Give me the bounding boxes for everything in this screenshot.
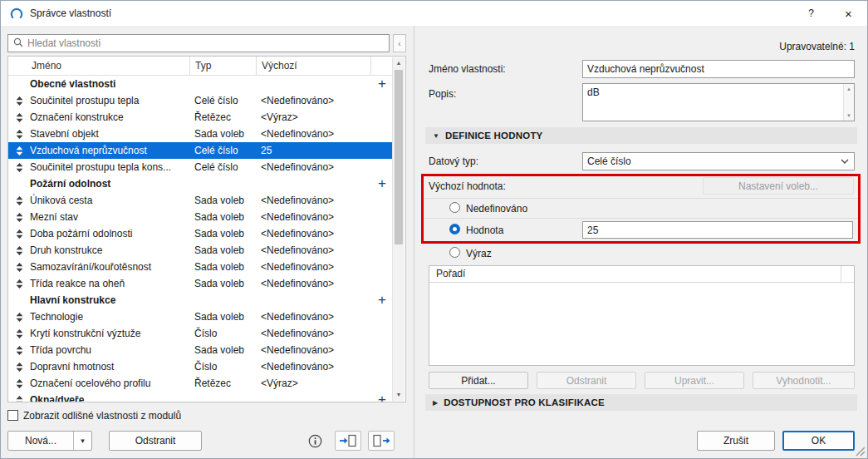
property-type: Sada voleb [189, 126, 256, 142]
property-row[interactable]: Třída reakce na oheňSada voleb<Nedefinov… [8, 275, 394, 292]
property-row[interactable]: TechnologieSada voleb<Nedefinováno> [8, 308, 394, 325]
search-input[interactable] [27, 37, 389, 49]
property-row[interactable]: Krytí konstrukční výztužeČíslo<Nedefinov… [8, 325, 394, 342]
property-row[interactable]: Součinitel prostupu teplaCelé číslo<Nede… [8, 92, 394, 109]
info-icon[interactable] [308, 434, 322, 448]
reorder-handle-icon[interactable] [8, 146, 30, 155]
property-name: Druh konstrukce [30, 242, 189, 259]
reorder-handle-icon[interactable] [8, 196, 30, 205]
description-input[interactable]: dB ▲ ▼ [582, 83, 855, 121]
add-property-button[interactable]: + [370, 76, 394, 91]
delete-property-button[interactable]: Odstranit [109, 431, 202, 451]
cancel-button[interactable]: Zrušit [697, 431, 775, 451]
add-button[interactable]: Přidat... [429, 372, 528, 389]
reorder-handle-icon[interactable] [8, 346, 30, 355]
property-group-row[interactable]: Okna/dveře+ [8, 392, 394, 402]
property-name: Součinitel prostupu tepla [30, 92, 189, 109]
reorder-handle-icon[interactable] [8, 163, 30, 172]
property-row[interactable]: Doba požární odolnostiSada voleb<Nedefin… [8, 225, 394, 242]
reorder-handle-icon[interactable] [8, 230, 30, 239]
remove-button[interactable]: Odstranit [537, 372, 636, 389]
data-type-value: Celé číslo [583, 155, 836, 167]
property-row[interactable]: Druh konstrukceSada voleb<Nedefinováno> [8, 242, 394, 259]
column-header-actions [370, 57, 394, 75]
property-type: Celé číslo [189, 142, 256, 159]
property-type: Řetězec [189, 375, 256, 392]
property-row[interactable]: Součinitel prostupu tepla kons...Celé čí… [8, 159, 394, 175]
reorder-handle-icon[interactable] [8, 96, 30, 106]
export-icon [372, 434, 390, 447]
property-row[interactable]: Mezní stavSada voleb<Nedefinováno> [8, 209, 394, 225]
evaluate-button[interactable]: Vyhodnotit... [753, 372, 855, 389]
default-value-input[interactable] [582, 221, 853, 239]
reorder-handle-icon[interactable] [8, 329, 30, 338]
reorder-handle-icon[interactable] [8, 396, 30, 402]
property-row[interactable]: Samozavírání/kouřotěsnostSada voleb<Nede… [8, 259, 394, 275]
reorder-handle-icon[interactable] [8, 213, 30, 222]
property-name-input[interactable] [582, 60, 855, 78]
scrollbar-thumb[interactable] [395, 70, 403, 244]
import-properties-button[interactable] [335, 431, 361, 451]
add-property-button[interactable]: + [370, 176, 394, 191]
reorder-handle-icon[interactable] [8, 379, 30, 388]
reorder-handle-icon[interactable] [8, 113, 30, 122]
property-type: Sada voleb [189, 225, 256, 242]
radio-value[interactable] [449, 224, 460, 234]
new-property-button[interactable]: Nová... [8, 432, 73, 450]
show-module-properties-checkbox[interactable] [7, 410, 18, 421]
property-row[interactable]: Vzduchová neprůzvučnostCelé číslo25 [8, 142, 394, 159]
property-row[interactable]: Úniková cestaSada voleb<Nedefinováno> [8, 192, 394, 209]
property-group-row[interactable]: Hlavní konstrukce+ [8, 292, 394, 308]
order-list[interactable]: Pořadí [429, 265, 855, 366]
edit-button[interactable]: Upravit... [645, 372, 744, 389]
description-scroll-down-icon[interactable]: ▼ [844, 111, 854, 120]
property-row[interactable]: Stavební objektSada voleb<Nedefinováno> [8, 126, 394, 142]
description-scrollbar[interactable]: ▲ ▼ [843, 84, 854, 121]
property-row[interactable]: Označení konstrukceŘetězec<Výraz> [8, 109, 394, 126]
definition-section-header[interactable]: ▼ DEFINICE HODNOTY [425, 127, 857, 144]
property-default: <Nedefinováno> [256, 358, 370, 375]
resize-grip[interactable] [855, 446, 866, 457]
property-row[interactable]: Označení ocelového profiluŘetězec<Výraz> [8, 375, 394, 392]
add-property-button[interactable]: + [370, 392, 394, 402]
radio-expression[interactable] [449, 247, 460, 258]
reorder-handle-icon[interactable] [8, 246, 30, 255]
export-properties-button[interactable] [368, 431, 395, 451]
help-button[interactable]: ? [792, 1, 830, 26]
availability-section-header[interactable]: ▶ DOSTUPNOST PRO KLASIFIKACE [425, 394, 857, 411]
scroll-up-icon[interactable]: ▲ [393, 57, 405, 69]
property-row[interactable]: Dopravní hmotnostČíslo<Nedefinováno> [8, 358, 394, 375]
reorder-handle-icon[interactable] [8, 130, 30, 139]
reorder-handle-icon[interactable] [8, 313, 30, 322]
ok-button[interactable]: OK [782, 431, 855, 451]
property-table: Jméno Typ Výchozí Obecné vlastnosti+Souč… [7, 56, 406, 402]
table-scrollbar[interactable]: ▲ ▼ [392, 57, 405, 401]
search-side-button[interactable]: ‹ [393, 34, 406, 52]
property-type: Sada voleb [189, 259, 256, 275]
property-name-label: Jméno vlastnosti: [429, 63, 506, 75]
description-label: Popis: [429, 88, 456, 100]
reorder-handle-icon[interactable] [8, 279, 30, 289]
property-default: <Nedefinováno> [256, 325, 370, 342]
reorder-handle-icon[interactable] [8, 263, 30, 272]
property-default: <Nedefinováno> [256, 159, 370, 175]
property-type: Sada voleb [189, 242, 256, 259]
property-row[interactable]: Třída povrchuSada voleb<Nedefinováno> [8, 342, 394, 358]
new-property-split-button[interactable]: Nová... ▾ [7, 431, 92, 451]
options-settings-button[interactable]: Nastavení voleb... [703, 177, 854, 195]
add-property-button[interactable]: + [370, 293, 394, 308]
radio-expression-label: Výraz [466, 248, 492, 259]
column-header-name: Jméno [8, 57, 189, 75]
description-scroll-up-icon[interactable]: ▲ [844, 85, 854, 93]
property-group-row[interactable]: Požární odolnost+ [8, 175, 394, 192]
data-type-dropdown[interactable]: Celé číslo [582, 152, 855, 170]
reorder-handle-icon[interactable] [8, 363, 30, 372]
close-button[interactable]: × [830, 1, 867, 26]
search-box[interactable] [7, 34, 390, 52]
scroll-down-icon[interactable]: ▼ [393, 389, 405, 401]
new-property-dropdown-icon[interactable]: ▾ [73, 432, 91, 450]
property-group-row[interactable]: Obecné vlastnosti+ [8, 76, 394, 92]
row-separator [424, 218, 858, 219]
default-value-label: Výchozí hodnota: [429, 180, 506, 192]
radio-undefined[interactable] [449, 202, 460, 213]
